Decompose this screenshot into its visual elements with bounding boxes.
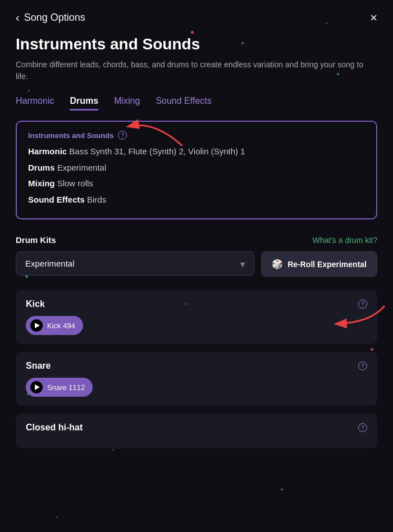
drum-kits-header: Drum Kits What's a drum kit?: [16, 235, 377, 245]
back-arrow-icon: ‹: [16, 11, 20, 24]
reroll-button[interactable]: 🎲 Re-Roll Experimental: [261, 251, 377, 277]
kick-play-circle: [30, 319, 43, 332]
summary-help-icon[interactable]: ?: [118, 131, 127, 140]
sound-card-snare: Snare ? Snare 1112: [16, 352, 377, 406]
reroll-icon: 🎲: [272, 259, 283, 269]
summary-label-drums: Drums: [28, 163, 55, 172]
summary-row-harmonic: Harmonic Bass Synth 31, Flute (Synth) 2,…: [28, 145, 365, 158]
drum-kit-dropdown-wrapper: Experimental Standard Electronic Jazz Hi…: [16, 251, 254, 277]
summary-card-label: Instruments and Sounds: [28, 131, 113, 140]
summary-label-mixing: Mixing: [28, 178, 55, 188]
tab-drums[interactable]: Drums: [70, 96, 98, 109]
reroll-label: Re-Roll Experimental: [287, 260, 367, 269]
sound-card-hihat-title: Closed hi-hat: [26, 423, 83, 433]
back-button[interactable]: ‹ Song Options: [16, 11, 85, 24]
tab-mixing[interactable]: Mixing: [114, 96, 140, 109]
sound-card-hihat-header: Closed hi-hat ?: [26, 423, 367, 433]
close-button[interactable]: ×: [370, 12, 377, 24]
drum-kits-label: Drum Kits: [16, 235, 56, 245]
kick-help-icon[interactable]: ?: [358, 300, 367, 309]
sound-card-kick-title: Kick: [26, 299, 45, 309]
snare-play-circle: [30, 381, 43, 393]
summary-value-harmonic: Bass Synth 31, Flute (Synth) 2, Violin (…: [67, 146, 245, 156]
sound-card-snare-header: Snare ?: [26, 361, 367, 371]
summary-label-harmonic: Harmonic: [28, 146, 67, 156]
hihat-help-icon[interactable]: ?: [358, 423, 367, 432]
summary-value-sound-effects: Birds: [85, 195, 106, 204]
summary-label-sound-effects: Sound Effects: [28, 195, 85, 204]
snare-chip-label: Snare 1112: [47, 383, 85, 392]
kick-play-chip[interactable]: Kick 494: [26, 316, 83, 335]
sound-card-snare-title: Snare: [26, 361, 51, 371]
tabs-bar: Harmonic Drums Mixing Sound Effects: [16, 96, 377, 109]
summary-card: Instruments and Sounds ? Harmonic Bass S…: [16, 121, 377, 219]
page-title: Instruments and Sounds: [16, 35, 377, 53]
summary-value-mixing: Slow rolls: [55, 178, 93, 188]
sound-card-kick: Kick ? Kick 494: [16, 290, 377, 344]
header-title: Song Options: [24, 12, 85, 24]
header-bar: ‹ Song Options ×: [0, 0, 393, 30]
drum-kit-select[interactable]: Experimental Standard Electronic Jazz Hi…: [16, 251, 254, 276]
sound-card-kick-header: Kick ?: [26, 299, 367, 309]
tab-sound-effects[interactable]: Sound Effects: [156, 96, 211, 109]
summary-card-header: Instruments and Sounds ?: [28, 131, 365, 140]
kick-play-icon: [35, 323, 40, 328]
snare-help-icon[interactable]: ?: [358, 361, 367, 370]
summary-row-mixing: Mixing Slow rolls: [28, 177, 365, 190]
summary-row-drums: Drums Experimental: [28, 162, 365, 175]
tab-harmonic[interactable]: Harmonic: [16, 96, 54, 109]
summary-value-drums: Experimental: [55, 163, 107, 172]
snare-play-icon: [35, 384, 40, 390]
what-drum-kit-link[interactable]: What's a drum kit?: [313, 236, 378, 245]
sound-card-hihat: Closed hi-hat ?: [16, 414, 377, 448]
kick-chip-label: Kick 494: [47, 322, 75, 330]
summary-row-sound-effects: Sound Effects Birds: [28, 194, 365, 207]
page-content: Instruments and Sounds Combine different…: [0, 30, 393, 472]
page-description: Combine different leads, chords, bass, a…: [16, 59, 377, 82]
snare-play-chip[interactable]: Snare 1112: [26, 378, 93, 397]
drum-kits-controls: Experimental Standard Electronic Jazz Hi…: [16, 251, 377, 277]
